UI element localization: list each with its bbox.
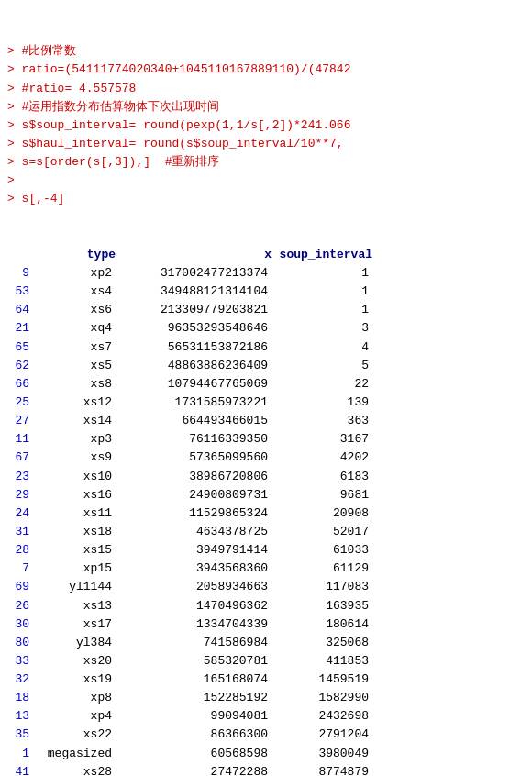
row-number: 7	[7, 560, 33, 578]
table-row: 9xp23170024772133741	[7, 264, 372, 283]
row-type: xs17	[33, 615, 116, 634]
row-type: xp15	[33, 560, 116, 578]
row-soup-interval: 52017	[272, 523, 372, 541]
row-number: 35	[7, 726, 33, 744]
row-number: 1	[7, 745, 33, 763]
console-line: > #ratio= 4.557578	[7, 80, 525, 98]
row-number: 18	[7, 689, 33, 707]
table-row: 67xs9573650995604202	[7, 449, 372, 467]
row-x: 60568598	[116, 745, 272, 763]
row-number: 33	[7, 652, 33, 671]
row-soup-interval: 325068	[272, 634, 372, 652]
row-x: 1470496362	[116, 597, 272, 615]
row-type: xs19	[33, 671, 116, 689]
row-number: 31	[7, 523, 33, 541]
table-row: 29xs16249008097319681	[7, 486, 372, 504]
row-x: 213309779203821	[116, 301, 272, 319]
table-row: 7xp15394356836061129	[7, 560, 372, 578]
table-row: 18xp81522851921582990	[7, 689, 372, 707]
row-type: xs10	[33, 468, 116, 486]
col-header-x: x	[116, 246, 272, 264]
row-x: 3943568360	[116, 560, 272, 578]
row-soup-interval: 411853	[272, 652, 372, 671]
console-output: > #比例常数> ratio=(54111774020340+104511016…	[0, 0, 532, 776]
row-soup-interval: 3980049	[272, 745, 372, 763]
table-row: 69yl11442058934663117083	[7, 578, 372, 596]
row-soup-interval: 3	[272, 319, 372, 338]
row-type: xp4	[33, 707, 116, 726]
row-type: xp2	[33, 264, 116, 283]
table-row: 64xs62133097792038211	[7, 301, 372, 319]
row-soup-interval: 22	[272, 375, 372, 394]
console-line: > #比例常数	[7, 42, 525, 61]
row-x: 317002477213374	[116, 264, 272, 283]
row-x: 585320781	[116, 652, 272, 671]
row-number: 62	[7, 357, 33, 375]
row-soup-interval: 1582990	[272, 689, 372, 707]
data-table: typexsoup_interval9xp2317002477213374153…	[7, 246, 372, 776]
row-number: 23	[7, 468, 33, 486]
row-x: 99094081	[116, 707, 272, 726]
row-number: 29	[7, 486, 33, 504]
row-number: 41	[7, 763, 33, 776]
table-row: 24xs111152986532420908	[7, 504, 372, 523]
row-type: xp3	[33, 430, 116, 449]
row-soup-interval: 61033	[272, 541, 372, 560]
row-soup-interval: 363	[272, 412, 372, 430]
row-number: 65	[7, 338, 33, 357]
row-soup-interval: 1	[272, 264, 372, 283]
row-x: 56531153872186	[116, 338, 272, 357]
row-x: 1731585973221	[116, 394, 272, 412]
row-type: xs6	[33, 301, 116, 319]
console-line: > s[,-4]	[7, 190, 525, 208]
row-number: 53	[7, 283, 33, 301]
row-type: yl384	[33, 634, 116, 652]
row-type: xs15	[33, 541, 116, 560]
row-x: 664493466015	[116, 412, 272, 430]
row-number: 67	[7, 449, 33, 467]
row-soup-interval: 6183	[272, 468, 372, 486]
row-number: 24	[7, 504, 33, 523]
row-type: xs22	[33, 726, 116, 744]
col-header-soup-interval: soup_interval	[272, 246, 372, 264]
table-row: 21xq4963532935486463	[7, 319, 372, 338]
row-type: xs16	[33, 486, 116, 504]
row-soup-interval: 1	[272, 283, 372, 301]
table-header-row: typexsoup_interval	[7, 246, 372, 264]
row-number: 66	[7, 375, 33, 394]
row-number: 30	[7, 615, 33, 634]
row-x: 38986720806	[116, 468, 272, 486]
row-soup-interval: 180614	[272, 615, 372, 634]
row-number: 27	[7, 412, 33, 430]
row-x: 11529865324	[116, 504, 272, 523]
row-soup-interval: 2791204	[272, 726, 372, 744]
row-x: 2058934663	[116, 578, 272, 596]
row-soup-interval: 163935	[272, 597, 372, 615]
row-type: xs9	[33, 449, 116, 467]
table-row: 53xs43494881213141041	[7, 283, 372, 301]
row-soup-interval: 139	[272, 394, 372, 412]
table-row: 31xs18463437872552017	[7, 523, 372, 541]
table-row: 65xs7565311538721864	[7, 338, 372, 357]
table-row: 26xs131470496362163935	[7, 597, 372, 615]
row-soup-interval: 4	[272, 338, 372, 357]
row-x: 76116339350	[116, 430, 272, 449]
row-type: xs7	[33, 338, 116, 357]
row-number: 32	[7, 671, 33, 689]
row-type: xs5	[33, 357, 116, 375]
col-empty	[7, 246, 33, 264]
console-line: > s$haul_interval= round(s$soup_interval…	[7, 135, 525, 153]
row-type: xs8	[33, 375, 116, 394]
row-soup-interval: 61129	[272, 560, 372, 578]
row-number: 69	[7, 578, 33, 596]
row-type: xs20	[33, 652, 116, 671]
row-type: xs28	[33, 763, 116, 776]
row-x: 86366300	[116, 726, 272, 744]
row-x: 1334704339	[116, 615, 272, 634]
row-type: xq4	[33, 319, 116, 338]
row-soup-interval: 117083	[272, 578, 372, 596]
table-row: 27xs14664493466015363	[7, 412, 372, 430]
row-x: 48863886236409	[116, 357, 272, 375]
row-soup-interval: 1	[272, 301, 372, 319]
table-row: 30xs171334704339180614	[7, 615, 372, 634]
